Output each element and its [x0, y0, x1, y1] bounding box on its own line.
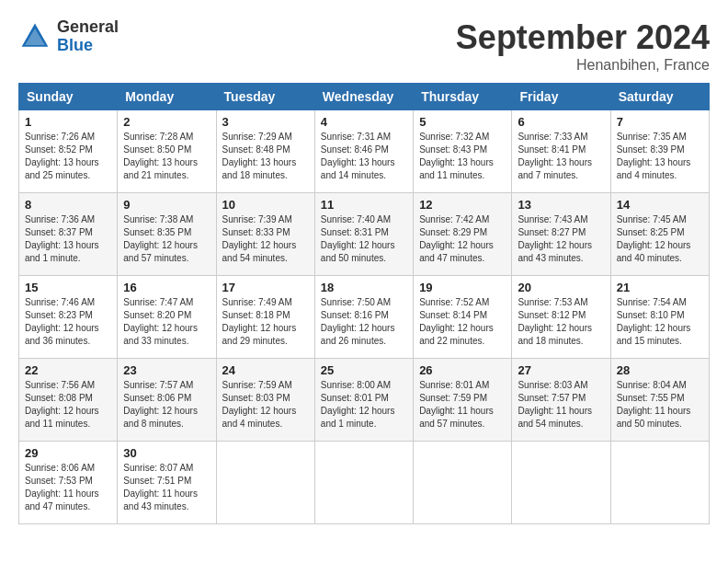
- calendar-day-cell: 28Sunrise: 8:04 AM Sunset: 7:55 PM Dayli…: [610, 359, 709, 442]
- day-info: Sunrise: 8:00 AM Sunset: 8:01 PM Dayligh…: [321, 379, 407, 431]
- day-info: Sunrise: 7:54 AM Sunset: 8:10 PM Dayligh…: [617, 296, 703, 348]
- day-number: 28: [617, 363, 703, 377]
- day-info: Sunrise: 7:38 AM Sunset: 8:35 PM Dayligh…: [123, 213, 210, 265]
- col-sunday: Sunday: [19, 84, 118, 110]
- day-info: Sunrise: 8:01 AM Sunset: 7:59 PM Dayligh…: [419, 379, 506, 431]
- day-number: 5: [419, 115, 506, 129]
- calendar-day-cell: 16Sunrise: 7:47 AM Sunset: 8:20 PM Dayli…: [118, 276, 216, 359]
- col-saturday: Saturday: [610, 84, 709, 110]
- day-info: Sunrise: 8:04 AM Sunset: 7:55 PM Dayligh…: [617, 379, 703, 431]
- calendar-table: Sunday Monday Tuesday Wednesday Thursday…: [18, 83, 710, 524]
- day-number: 26: [419, 363, 506, 377]
- day-number: 7: [617, 115, 703, 129]
- day-info: Sunrise: 7:45 AM Sunset: 8:25 PM Dayligh…: [617, 213, 703, 265]
- day-info: Sunrise: 7:42 AM Sunset: 8:29 PM Dayligh…: [419, 213, 506, 265]
- day-info: Sunrise: 7:49 AM Sunset: 8:18 PM Dayligh…: [222, 296, 309, 348]
- empty-cell: [414, 442, 512, 524]
- day-number: 1: [25, 115, 111, 129]
- logo-general-text: General: [57, 18, 119, 37]
- day-info: Sunrise: 7:32 AM Sunset: 8:43 PM Dayligh…: [419, 131, 506, 182]
- calendar-day-cell: 30Sunrise: 8:07 AM Sunset: 7:51 PM Dayli…: [118, 442, 216, 524]
- col-thursday: Thursday: [414, 84, 512, 110]
- col-monday: Monday: [118, 84, 216, 110]
- day-number: 2: [123, 115, 210, 129]
- day-number: 20: [518, 281, 604, 294]
- day-number: 18: [321, 281, 407, 294]
- col-friday: Friday: [512, 84, 610, 110]
- calendar-day-cell: 2Sunrise: 7:28 AM Sunset: 8:50 PM Daylig…: [118, 110, 216, 193]
- col-tuesday: Tuesday: [216, 84, 314, 110]
- calendar-day-cell: 18Sunrise: 7:50 AM Sunset: 8:16 PM Dayli…: [314, 276, 413, 359]
- calendar-day-cell: 29Sunrise: 8:06 AM Sunset: 7:53 PM Dayli…: [19, 442, 118, 524]
- day-number: 19: [419, 281, 506, 294]
- logo-blue-text: Blue: [57, 37, 119, 55]
- page-header: General Blue September 2024 Henanbihen, …: [18, 18, 710, 74]
- day-info: Sunrise: 8:07 AM Sunset: 7:51 PM Dayligh…: [123, 462, 210, 513]
- day-number: 3: [222, 115, 309, 129]
- day-info: Sunrise: 7:50 AM Sunset: 8:16 PM Dayligh…: [321, 296, 407, 348]
- col-wednesday: Wednesday: [314, 84, 413, 110]
- calendar-header-row: Sunday Monday Tuesday Wednesday Thursday…: [19, 84, 710, 110]
- day-info: Sunrise: 8:06 AM Sunset: 7:53 PM Dayligh…: [25, 462, 111, 513]
- title-block: September 2024 Henanbihen, France: [456, 18, 710, 74]
- calendar-week-row: 29Sunrise: 8:06 AM Sunset: 7:53 PM Dayli…: [19, 442, 710, 524]
- logo-icon: [18, 20, 51, 53]
- day-info: Sunrise: 7:57 AM Sunset: 8:06 PM Dayligh…: [123, 379, 210, 431]
- calendar-day-cell: 23Sunrise: 7:57 AM Sunset: 8:06 PM Dayli…: [118, 359, 216, 442]
- calendar-day-cell: 17Sunrise: 7:49 AM Sunset: 8:18 PM Dayli…: [216, 276, 314, 359]
- day-number: 10: [222, 198, 309, 212]
- logo-text: General Blue: [57, 18, 119, 55]
- calendar-day-cell: 12Sunrise: 7:42 AM Sunset: 8:29 PM Dayli…: [414, 193, 512, 276]
- calendar-week-row: 1Sunrise: 7:26 AM Sunset: 8:52 PM Daylig…: [19, 110, 710, 193]
- calendar-day-cell: 19Sunrise: 7:52 AM Sunset: 8:14 PM Dayli…: [414, 276, 512, 359]
- calendar-day-cell: 5Sunrise: 7:32 AM Sunset: 8:43 PM Daylig…: [414, 110, 512, 193]
- day-number: 24: [222, 363, 309, 377]
- day-number: 23: [123, 363, 210, 377]
- empty-cell: [512, 442, 610, 524]
- day-info: Sunrise: 7:31 AM Sunset: 8:46 PM Dayligh…: [321, 131, 407, 182]
- day-number: 4: [321, 115, 407, 129]
- month-title: September 2024: [456, 18, 710, 57]
- location: Henanbihen, France: [456, 57, 710, 74]
- day-number: 16: [123, 281, 210, 294]
- day-info: Sunrise: 7:36 AM Sunset: 8:37 PM Dayligh…: [25, 213, 111, 265]
- day-info: Sunrise: 7:53 AM Sunset: 8:12 PM Dayligh…: [518, 296, 604, 348]
- day-info: Sunrise: 7:35 AM Sunset: 8:39 PM Dayligh…: [617, 131, 703, 182]
- day-number: 9: [123, 198, 210, 212]
- empty-cell: [216, 442, 314, 524]
- calendar-day-cell: 24Sunrise: 7:59 AM Sunset: 8:03 PM Dayli…: [216, 359, 314, 442]
- day-info: Sunrise: 7:40 AM Sunset: 8:31 PM Dayligh…: [321, 213, 407, 265]
- day-info: Sunrise: 7:56 AM Sunset: 8:08 PM Dayligh…: [25, 379, 111, 431]
- day-info: Sunrise: 7:47 AM Sunset: 8:20 PM Dayligh…: [123, 296, 210, 348]
- calendar-day-cell: 22Sunrise: 7:56 AM Sunset: 8:08 PM Dayli…: [19, 359, 118, 442]
- day-info: Sunrise: 7:43 AM Sunset: 8:27 PM Dayligh…: [518, 213, 604, 265]
- calendar-day-cell: 3Sunrise: 7:29 AM Sunset: 8:48 PM Daylig…: [216, 110, 314, 193]
- logo: General Blue: [18, 18, 119, 55]
- calendar-week-row: 15Sunrise: 7:46 AM Sunset: 8:23 PM Dayli…: [19, 276, 710, 359]
- calendar-day-cell: 20Sunrise: 7:53 AM Sunset: 8:12 PM Dayli…: [512, 276, 610, 359]
- calendar-day-cell: 11Sunrise: 7:40 AM Sunset: 8:31 PM Dayli…: [314, 193, 413, 276]
- calendar-day-cell: 9Sunrise: 7:38 AM Sunset: 8:35 PM Daylig…: [118, 193, 216, 276]
- day-number: 12: [419, 198, 506, 212]
- calendar-day-cell: 1Sunrise: 7:26 AM Sunset: 8:52 PM Daylig…: [19, 110, 118, 193]
- calendar-day-cell: 14Sunrise: 7:45 AM Sunset: 8:25 PM Dayli…: [610, 193, 709, 276]
- day-number: 6: [518, 115, 604, 129]
- day-info: Sunrise: 7:28 AM Sunset: 8:50 PM Dayligh…: [123, 131, 210, 182]
- empty-cell: [610, 442, 709, 524]
- day-info: Sunrise: 7:46 AM Sunset: 8:23 PM Dayligh…: [25, 296, 111, 348]
- calendar-day-cell: 6Sunrise: 7:33 AM Sunset: 8:41 PM Daylig…: [512, 110, 610, 193]
- calendar-day-cell: 8Sunrise: 7:36 AM Sunset: 8:37 PM Daylig…: [19, 193, 118, 276]
- day-info: Sunrise: 7:26 AM Sunset: 8:52 PM Dayligh…: [25, 131, 111, 182]
- calendar-day-cell: 7Sunrise: 7:35 AM Sunset: 8:39 PM Daylig…: [610, 110, 709, 193]
- calendar-day-cell: 27Sunrise: 8:03 AM Sunset: 7:57 PM Dayli…: [512, 359, 610, 442]
- day-number: 30: [123, 446, 210, 460]
- day-info: Sunrise: 7:33 AM Sunset: 8:41 PM Dayligh…: [518, 131, 604, 182]
- day-number: 27: [518, 363, 604, 377]
- day-number: 15: [25, 281, 111, 294]
- day-info: Sunrise: 8:03 AM Sunset: 7:57 PM Dayligh…: [518, 379, 604, 431]
- day-number: 8: [25, 198, 111, 212]
- calendar-day-cell: 10Sunrise: 7:39 AM Sunset: 8:33 PM Dayli…: [216, 193, 314, 276]
- calendar-day-cell: 15Sunrise: 7:46 AM Sunset: 8:23 PM Dayli…: [19, 276, 118, 359]
- day-number: 29: [25, 446, 111, 460]
- day-info: Sunrise: 7:29 AM Sunset: 8:48 PM Dayligh…: [222, 131, 309, 182]
